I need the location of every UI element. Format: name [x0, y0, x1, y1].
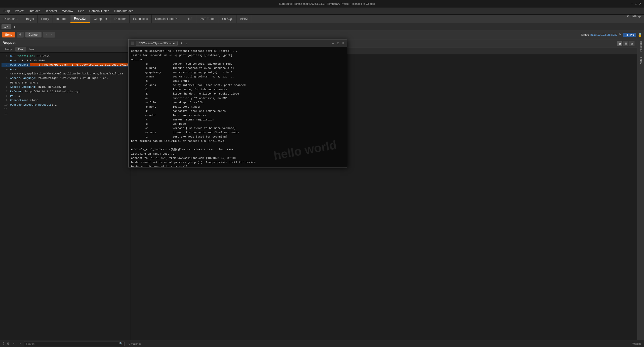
request-tab-raw[interactable]: Raw: [15, 47, 26, 52]
tab-apikit[interactable]: APIKit: [236, 15, 252, 23]
search-input[interactable]: [26, 342, 119, 345]
minimize-button[interactable]: ─: [631, 2, 633, 6]
cmd-line: -o file hex dump of traffic: [131, 101, 344, 105]
cmd-line: -z zero-I/O mode [used for scanning]: [131, 135, 344, 139]
cmd-line: E:\Tools_Box\_Tools\11.代理转发\netcat-win32…: [131, 148, 344, 152]
code-line-12: 12: [2, 112, 129, 116]
code-line-8: 8 DNT: 1: [2, 94, 129, 98]
request-panel: Request Pretty Raw Hex 1 GET /victim.cgi…: [0, 39, 131, 340]
request-tab-hex[interactable]: Hex: [27, 47, 37, 52]
cmd-line: bash: no job control in this shell: [131, 165, 344, 167]
gear-icon: ⚙: [627, 15, 630, 18]
status-bar: ? ⚙ ← → 🔍 0 matches Waiting: [0, 340, 644, 347]
cmd-line: -d detach from console, background mode: [131, 62, 344, 66]
lock-icon: 🔒: [638, 33, 642, 37]
menu-turbo-intruder[interactable]: Turbo Intruder: [111, 8, 135, 14]
add-tab-button[interactable]: +: [12, 24, 18, 29]
cmd-line: -e prog inbound program to exec [dangero…: [131, 66, 344, 70]
code-line-10: 10 Upgrade-Insecure-Requests: 1: [2, 103, 129, 107]
request-tab-pretty[interactable]: Pretty: [2, 47, 14, 52]
nav-buttons: ‹ | ›: [43, 32, 55, 37]
tab-comparer[interactable]: Comparer: [90, 15, 111, 23]
tab-intruder[interactable]: Intruder: [53, 15, 70, 23]
notes-label[interactable]: Notes: [639, 57, 642, 64]
nav-bar: Dashboard Target Proxy Intruder Repeater…: [0, 15, 644, 23]
next-button[interactable]: ›: [50, 33, 53, 36]
split-view-icon[interactable]: ⊞: [617, 41, 622, 46]
http-version-button[interactable]: HTTP/1: [623, 33, 636, 37]
cmd-line: -u UDP mode: [131, 122, 344, 126]
back-icon[interactable]: ←: [12, 342, 16, 345]
tab-domainhunterpro[interactable]: DomainHunterPro: [152, 15, 183, 23]
tab-dashboard[interactable]: Dashboard: [0, 15, 22, 23]
cancel-button[interactable]: Cancel: [25, 32, 41, 37]
code-line-4: 4 Accept: text/html,application/xhtml+xm…: [2, 67, 129, 76]
inspector-label[interactable]: Inspector: [639, 41, 642, 52]
cmd-icon: ⬛: [131, 41, 134, 45]
cmd-line: -r randomize local and remote ports: [131, 109, 344, 113]
cmd-chevron-button[interactable]: ∨: [185, 41, 188, 45]
tab-jwt-editor[interactable]: JWT Editor: [196, 15, 218, 23]
column-view-icon[interactable]: ⊟: [629, 41, 634, 46]
cmd-line: port numbers can be individual or ranges…: [131, 139, 344, 143]
cmd-window: ⬛ C:\Windows\System32\cmd.e + ∨ ─ □ ✕ co…: [128, 39, 347, 167]
list-view-icon[interactable]: ☰: [623, 41, 628, 46]
cmd-close-button[interactable]: ✕: [341, 41, 345, 45]
repeater-tab-bar: 1 × +: [0, 23, 644, 30]
tab-xia-sql[interactable]: xia SQL: [218, 15, 236, 23]
help-icon[interactable]: ?: [3, 342, 4, 345]
waiting-text: Waiting: [632, 342, 641, 345]
cmd-line: listening on [any] 8888 ...: [131, 152, 344, 156]
menu-bar: Burp Project Intruder Repeater Window He…: [0, 8, 644, 15]
cmd-line: -l listen mode, for inbound connects: [131, 88, 344, 92]
tab-extensions[interactable]: Extensions: [130, 15, 152, 23]
cmd-line: listen for inbound: nc -l -p port [optio…: [131, 53, 344, 58]
prev-button[interactable]: ‹: [45, 33, 48, 36]
maximize-button[interactable]: □: [635, 2, 637, 6]
app-title: Burp Suite Professional v2023.11.1.3 - T…: [23, 2, 631, 5]
menu-burp[interactable]: Burp: [1, 8, 12, 14]
target-label: Target:: [580, 33, 589, 36]
cmd-maximize-button[interactable]: □: [336, 41, 340, 45]
cmd-line: -G num source-routing pointer: 4, 8, 12,…: [131, 75, 344, 79]
code-line-11: 11: [2, 107, 129, 112]
forward-icon[interactable]: →: [18, 342, 21, 345]
cmd-line: -g gateway source-routing hop point[s], …: [131, 70, 344, 75]
request-title: Request: [3, 41, 15, 45]
cmd-line: -n numeric-only IP addresses, no DNS: [131, 96, 344, 101]
code-line-5: 5 Accept-Language: zh-CN,zh;q=0.8,zh-TW;…: [2, 76, 129, 85]
tab-repeater[interactable]: Repeater: [70, 15, 90, 23]
cmd-line: [131, 143, 344, 148]
menu-domainhunter[interactable]: DomainHunter: [87, 8, 111, 14]
status-settings-icon[interactable]: ⚙: [7, 342, 10, 345]
cmd-line: -v verbose [use twice to be more verbose…: [131, 126, 344, 131]
request-code-area[interactable]: 1 GET /victim.cgi HTTP/1.1 2 Host: 10.10…: [0, 53, 131, 340]
tab-decoder[interactable]: Decoder: [111, 15, 130, 23]
search-box[interactable]: 🔍: [24, 341, 125, 346]
menu-help[interactable]: Help: [75, 8, 87, 14]
menu-project[interactable]: Project: [12, 8, 27, 14]
send-button[interactable]: Send: [2, 32, 15, 37]
cmd-add-tab-button[interactable]: +: [179, 41, 184, 46]
target-display: Target: http://10.10.8.25:8080 ✎ HTTP/1 …: [580, 33, 642, 37]
menu-window[interactable]: Window: [60, 8, 75, 14]
cmd-tab-active[interactable]: C:\Windows\System32\cmd.e: [136, 41, 178, 46]
close-button[interactable]: ✕: [639, 2, 641, 6]
view-icons: ⊞ ☰ ⊟: [617, 41, 634, 46]
settings-button[interactable]: ⚙ Settings: [624, 15, 644, 23]
settings-icon-button[interactable]: ⚙: [17, 32, 24, 37]
repeater-tab-1[interactable]: 1 ×: [2, 24, 11, 29]
code-line-7: 7 Referer: http://10.10.8.25:8080/victim…: [2, 90, 129, 94]
request-header: Request: [0, 39, 131, 46]
target-url: http://10.10.8.25:8080: [590, 33, 617, 36]
cmd-minimize-button[interactable]: ─: [331, 41, 335, 45]
tab-hae[interactable]: HaE: [183, 15, 196, 23]
tab-target[interactable]: Target: [22, 15, 38, 23]
tab-proxy[interactable]: Proxy: [38, 15, 53, 23]
cmd-content[interactable]: connect to somewhere: nc [-options] host…: [129, 47, 347, 167]
cmd-title-bar: ⬛ C:\Windows\System32\cmd.e + ∨ ─ □ ✕: [129, 39, 347, 47]
menu-intruder[interactable]: Intruder: [27, 8, 42, 14]
menu-repeater[interactable]: Repeater: [42, 8, 60, 14]
cmd-line: -h this cruft: [131, 79, 344, 83]
edit-target-icon[interactable]: ✎: [619, 33, 621, 36]
